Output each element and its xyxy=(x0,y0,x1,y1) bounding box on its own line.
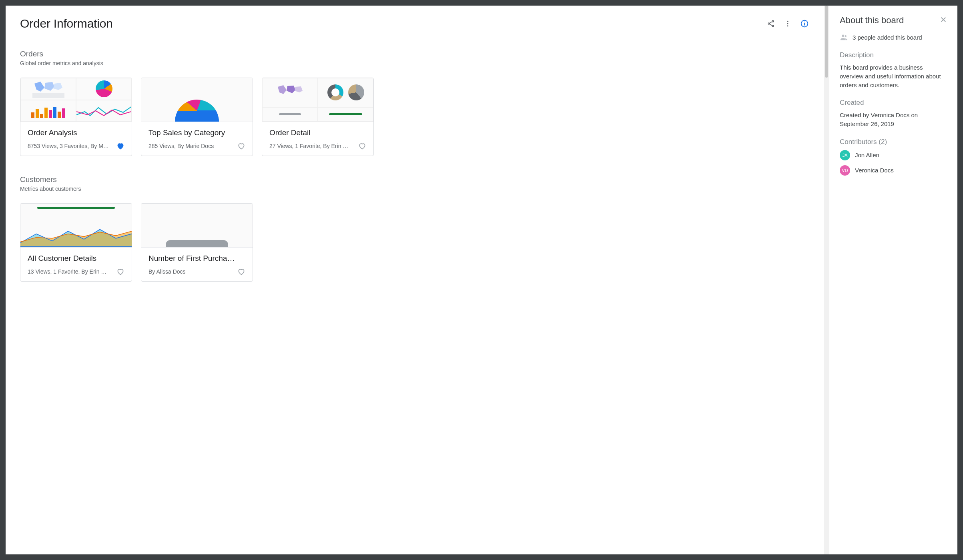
people-added-text: 3 people added this board xyxy=(853,34,922,41)
favorite-icon[interactable] xyxy=(237,142,245,150)
svg-point-2 xyxy=(772,25,774,27)
card-meta: 27 Views, 1 Favorite, By Erin … xyxy=(269,143,355,149)
svg-rect-11 xyxy=(32,93,64,98)
svg-point-6 xyxy=(787,23,788,24)
svg-line-4 xyxy=(770,24,772,26)
svg-point-0 xyxy=(772,20,774,22)
card-title: Top Sales by Category xyxy=(148,128,245,137)
description-text: This board provides a business overview … xyxy=(840,63,947,89)
created-label: Created xyxy=(840,99,947,107)
card-preview xyxy=(20,78,132,122)
svg-marker-13 xyxy=(20,231,132,247)
favorite-icon[interactable] xyxy=(116,142,124,150)
card-meta: 13 Views, 1 Favorite, By Erin … xyxy=(28,268,113,275)
panel-title: About this board xyxy=(840,15,904,26)
section-description: Metrics about customers xyxy=(20,186,809,192)
page-title: Order Information xyxy=(20,17,113,30)
svg-point-7 xyxy=(787,25,788,26)
card-title: All Customer Details xyxy=(28,254,124,263)
card-title: Order Detail xyxy=(269,128,366,137)
header: Order Information xyxy=(20,17,809,30)
people-icon xyxy=(840,33,849,42)
close-icon[interactable] xyxy=(940,16,947,25)
card-meta: By Alissa Docs xyxy=(148,268,234,275)
card-top-sales[interactable]: Top Sales by Category 285 Views, By Mari… xyxy=(141,78,253,156)
created-text: Created by Veronica Docs on September 26… xyxy=(840,111,947,128)
cards-row: All Customer Details 13 Views, 1 Favorit… xyxy=(20,203,809,282)
section-description: Global order metrics and analysis xyxy=(20,60,809,66)
contributor-name: Veronica Docs xyxy=(855,167,894,174)
card-title: Number of First Purcha… xyxy=(148,254,245,263)
card-preview xyxy=(262,78,373,122)
favorite-icon[interactable] xyxy=(116,268,124,276)
section-orders: Orders Global order metrics and analysis xyxy=(20,50,809,156)
card-title: Order Analysis xyxy=(28,128,124,137)
svg-point-18 xyxy=(845,35,846,37)
contributor-row: JA Jon Allen xyxy=(840,150,947,160)
scrollbar[interactable] xyxy=(824,6,829,554)
card-first-purchases[interactable]: Number of First Purcha… By Alissa Docs xyxy=(141,203,253,282)
svg-point-10 xyxy=(804,22,805,22)
card-all-customer-details[interactable]: All Customer Details 13 Views, 1 Favorit… xyxy=(20,203,132,282)
favorite-icon[interactable] xyxy=(237,268,245,276)
card-preview xyxy=(141,78,253,122)
main-content: Order Information xyxy=(6,6,824,554)
svg-point-1 xyxy=(768,23,770,24)
section-title: Customers xyxy=(20,175,809,184)
cards-row: Order Analysis 8753 Views, 3 Favorites, … xyxy=(20,78,809,156)
avatar: VD xyxy=(840,165,850,176)
svg-point-17 xyxy=(842,34,844,37)
svg-point-5 xyxy=(787,21,788,22)
card-order-detail[interactable]: Order Detail 27 Views, 1 Favorite, By Er… xyxy=(262,78,374,156)
section-customers: Customers Metrics about customers xyxy=(20,175,809,282)
info-icon[interactable] xyxy=(800,19,809,28)
card-preview xyxy=(20,204,132,248)
people-added-row: 3 people added this board xyxy=(840,33,947,42)
card-meta: 8753 Views, 3 Favorites, By M… xyxy=(28,143,113,149)
app-root: Order Information xyxy=(6,6,957,554)
contributors-label: Contributors (2) xyxy=(840,138,947,146)
more-menu-icon[interactable] xyxy=(783,19,792,28)
contributor-row: VD Veronica Docs xyxy=(840,165,947,176)
card-order-analysis[interactable]: Order Analysis 8753 Views, 3 Favorites, … xyxy=(20,78,132,156)
favorite-icon[interactable] xyxy=(358,142,366,150)
card-preview xyxy=(141,204,253,248)
card-meta: 285 Views, By Marie Docs xyxy=(148,143,234,149)
header-actions xyxy=(766,19,809,28)
about-panel: About this board 3 people added this boa… xyxy=(829,6,957,554)
share-icon[interactable] xyxy=(766,19,776,28)
contributor-name: Jon Allen xyxy=(855,152,879,158)
section-title: Orders xyxy=(20,50,809,58)
description-label: Description xyxy=(840,51,947,59)
svg-line-3 xyxy=(770,22,772,23)
avatar: JA xyxy=(840,150,850,160)
